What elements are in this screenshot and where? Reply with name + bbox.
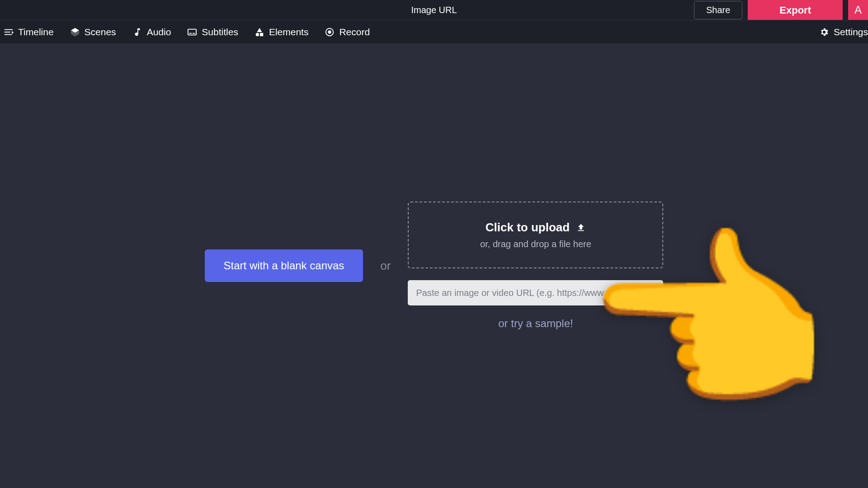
canvas-area: Start with a blank canvas or Click to up…	[0, 43, 868, 488]
music-note-icon	[132, 27, 142, 37]
svg-marker-3	[12, 31, 14, 34]
export-button[interactable]: Export	[748, 0, 843, 20]
toolbar-subtitles[interactable]: Subtitles	[187, 27, 238, 38]
svg-marker-10	[257, 28, 262, 32]
toolbar-item-label: Timeline	[18, 27, 54, 38]
toolbar-elements[interactable]: Elements	[255, 27, 309, 38]
avatar[interactable]: A	[848, 0, 868, 20]
header-actions: Share Export A	[694, 0, 868, 20]
timeline-icon	[4, 27, 14, 37]
toolbar-item-label: Audio	[147, 27, 171, 38]
toolbar-audio[interactable]: Audio	[132, 27, 171, 38]
toolbar-scenes[interactable]: Scenes	[70, 27, 116, 38]
shapes-icon	[255, 27, 264, 37]
svg-point-11	[256, 33, 259, 36]
toolbar: Timeline Scenes Audio Subtitles Elements…	[0, 20, 868, 43]
layers-icon	[70, 27, 80, 37]
share-button[interactable]: Share	[694, 1, 742, 19]
title-bar: Image URL Share Export A	[0, 0, 868, 20]
toolbar-record[interactable]: Record	[325, 27, 370, 38]
svg-rect-1	[5, 32, 10, 33]
record-icon	[325, 27, 335, 37]
subtitles-icon	[187, 27, 197, 37]
drop-title-row: Click to upload	[486, 221, 586, 235]
pointing-hand-graphic: 👉	[588, 224, 836, 423]
svg-point-14	[328, 30, 331, 33]
toolbar-item-label: Record	[339, 27, 370, 38]
toolbar-timeline[interactable]: Timeline	[4, 27, 54, 38]
page-title: Image URL	[411, 5, 457, 15]
toolbar-item-label: Elements	[269, 27, 309, 38]
blank-canvas-button[interactable]: Start with a blank canvas	[205, 249, 363, 282]
svg-rect-12	[260, 33, 263, 36]
svg-rect-8	[189, 33, 192, 33]
settings-label: Settings	[834, 27, 868, 38]
svg-rect-7	[188, 29, 196, 35]
toolbar-settings[interactable]: Settings	[819, 27, 868, 38]
gear-icon	[819, 27, 829, 37]
toolbar-item-label: Subtitles	[202, 27, 238, 38]
svg-rect-9	[193, 33, 195, 33]
drop-title: Click to upload	[486, 221, 570, 235]
svg-rect-0	[5, 29, 13, 30]
or-divider: or	[380, 259, 391, 273]
drop-subtitle: or, drag and drop a file here	[480, 239, 591, 249]
try-sample-link[interactable]: or try a sample!	[498, 317, 573, 330]
svg-rect-2	[5, 34, 12, 35]
toolbar-item-label: Scenes	[85, 27, 116, 38]
upload-icon	[576, 223, 586, 233]
